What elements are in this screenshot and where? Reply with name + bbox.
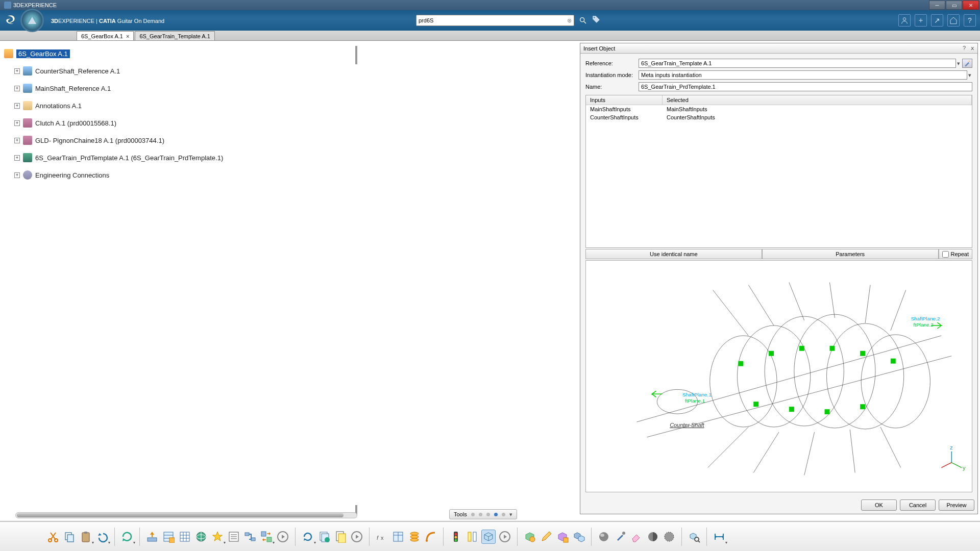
eraser-icon[interactable]: [629, 530, 644, 544]
shade2-icon[interactable]: [662, 530, 676, 544]
world-icon[interactable]: [194, 530, 208, 544]
ruler-icon[interactable]: [465, 530, 479, 544]
maximize-button[interactable]: ▭: [946, 1, 962, 10]
add-icon[interactable]: ＋: [915, 14, 927, 27]
doc-icon[interactable]: [333, 530, 348, 544]
search-button[interactable]: [577, 15, 589, 26]
tab-geartrain-template[interactable]: 6S_GearTrain_Template A.1: [135, 31, 214, 40]
expand-icon[interactable]: +: [14, 172, 20, 178]
stack-icon[interactable]: [407, 530, 422, 544]
expand-icon[interactable]: +: [14, 86, 20, 91]
undo-icon[interactable]: ▾: [95, 530, 109, 544]
reference-input[interactable]: [639, 59, 956, 68]
pencil-icon[interactable]: [539, 530, 553, 544]
expand-icon[interactable]: +: [14, 120, 20, 126]
tree-item-pignon[interactable]: + GLD- PignonChaine18 A.1 (prd00003744.1…: [2, 132, 355, 149]
preview-label-ftplane2: ftPlane.2: [914, 322, 934, 328]
sheet-icon[interactable]: [161, 530, 176, 544]
repeat-checkbox[interactable]: Repeat: [939, 249, 972, 259]
level-icon[interactable]: [145, 530, 159, 544]
minimize-button[interactable]: ─: [929, 1, 945, 10]
expand-icon[interactable]: +: [14, 155, 20, 161]
tree-item-countershaft[interactable]: + CounterShaft_Reference A.1: [2, 62, 355, 80]
panel-close-icon[interactable]: ⅹ: [971, 45, 974, 52]
play2-icon[interactable]: [350, 530, 364, 544]
sphere-icon[interactable]: [597, 530, 611, 544]
tag-icon[interactable]: [592, 15, 603, 26]
page-dot[interactable]: [486, 513, 490, 516]
tree-item-mainshaft[interactable]: + MainShaft_Reference A.1: [2, 80, 355, 97]
search-clear-icon[interactable]: ⊗: [567, 17, 572, 24]
chevron-down-icon[interactable]: ▾: [509, 511, 512, 518]
expand-icon[interactable]: +: [14, 68, 20, 74]
browse-button[interactable]: [962, 59, 972, 68]
page-dot-active[interactable]: [494, 513, 498, 516]
tab-gearbox[interactable]: 6S_GearBox A.1 ×: [77, 31, 134, 40]
tool-cube-icon[interactable]: [555, 530, 570, 544]
page-dot[interactable]: [502, 513, 505, 516]
search3d-icon[interactable]: [687, 530, 701, 544]
page-dot[interactable]: [471, 513, 475, 516]
tool-package-icon[interactable]: [523, 530, 537, 544]
paste-icon[interactable]: ▾: [79, 530, 93, 544]
tree-item-prdtemplate[interactable]: + 6S_GearTrain_PrdTemplate A.1 (6S_GearT…: [2, 149, 355, 166]
dropdown-icon[interactable]: ▾: [968, 72, 971, 79]
fx-icon[interactable]: fx: [375, 530, 389, 544]
preview-viewport[interactable]: ShaftPlane.1 ftPlane.1 ShaftPlane.2 ftPl…: [585, 260, 972, 492]
update-icon[interactable]: ▾: [120, 530, 134, 544]
page-dot[interactable]: [479, 513, 482, 516]
tree-label: Clutch A.1 (prd00015568.1): [35, 119, 116, 127]
name-input[interactable]: [639, 82, 972, 91]
table-icon[interactable]: [391, 530, 405, 544]
list-icon[interactable]: [227, 530, 241, 544]
compass-button[interactable]: [20, 9, 44, 32]
tree-item-annotations[interactable]: + Annotations A.1: [2, 97, 355, 114]
ok-button[interactable]: OK: [861, 499, 897, 511]
link-icon[interactable]: [243, 530, 257, 544]
tools-pager[interactable]: Tools ▾: [449, 509, 517, 519]
copy-icon[interactable]: [62, 530, 77, 544]
svg-point-114: [410, 535, 419, 538]
play-circle-icon[interactable]: [276, 530, 290, 544]
measure-icon[interactable]: ▾: [712, 530, 726, 544]
repeat-check-input[interactable]: [942, 251, 949, 258]
tool-cubes-icon[interactable]: [572, 530, 586, 544]
inputs-row[interactable]: CounterShaftInputs CounterShaftInputs: [586, 113, 972, 121]
splitter-handle[interactable]: [355, 46, 357, 64]
mode-select[interactable]: [639, 70, 967, 80]
svg-line-55: [708, 427, 749, 468]
swap-icon[interactable]: ▾: [259, 530, 274, 544]
search-input[interactable]: [419, 17, 567, 23]
h-scrollbar[interactable]: [15, 512, 357, 518]
shade1-icon[interactable]: [646, 530, 660, 544]
home-icon[interactable]: [947, 14, 960, 27]
tab-close-icon[interactable]: ×: [126, 33, 129, 39]
use-identical-name-button[interactable]: Use identical name: [585, 249, 762, 259]
cancel-button[interactable]: Cancel: [900, 499, 936, 511]
tree-item-engconnections[interactable]: + Engineering Connections: [2, 166, 355, 184]
expand-icon[interactable]: +: [14, 103, 20, 109]
play3-icon[interactable]: [498, 530, 512, 544]
preview-button[interactable]: Preview: [939, 499, 974, 511]
close-button[interactable]: ✕: [963, 1, 979, 10]
refresh-icon[interactable]: ▾: [301, 530, 315, 544]
expand-icon[interactable]: +: [14, 138, 20, 143]
inputs-row[interactable]: MainShaftInputs MainShaftInputs: [586, 105, 972, 113]
traffic-icon[interactable]: [449, 530, 463, 544]
parameters-button[interactable]: Parameters: [762, 249, 939, 259]
layers-icon[interactable]: [317, 530, 331, 544]
arc-icon[interactable]: [424, 530, 438, 544]
panel-help-icon[interactable]: ?: [963, 45, 966, 52]
help-icon[interactable]: ?: [964, 14, 976, 27]
cut-icon[interactable]: [46, 530, 60, 544]
box3d-icon[interactable]: [481, 530, 496, 544]
user-icon[interactable]: [898, 14, 911, 27]
favorite-icon[interactable]: ▾: [210, 530, 225, 544]
tree-item-clutch[interactable]: + Clutch A.1 (prd00015568.1): [2, 114, 355, 132]
svg-line-59: [880, 427, 901, 468]
tree-root[interactable]: 6S_GearBox A.1: [2, 45, 355, 62]
grid-icon[interactable]: [178, 530, 192, 544]
picker-icon[interactable]: [613, 530, 627, 544]
dropdown-icon[interactable]: ▾: [957, 60, 960, 67]
share-icon[interactable]: ↗: [931, 14, 943, 27]
